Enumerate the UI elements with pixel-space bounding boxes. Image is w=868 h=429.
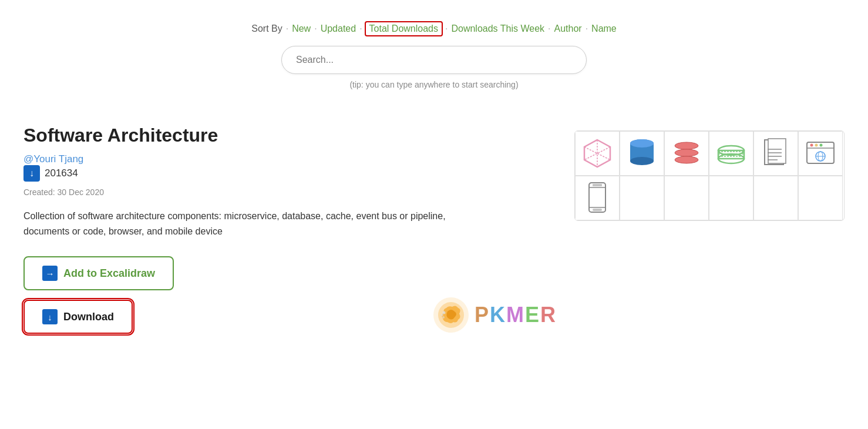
card-author[interactable]: @Youri Tjang (23, 153, 83, 165)
preview-cell-9 (664, 176, 709, 220)
svg-point-4 (442, 316, 445, 319)
preview-cell-12 (798, 176, 843, 220)
preview-cell-5 (753, 131, 798, 176)
pkmer-text: PKMER (475, 303, 557, 327)
svg-point-11 (630, 157, 654, 165)
main-content: Software Architecture @Youri Tjang ↓ 201… (23, 107, 845, 351)
preview-cell-8 (620, 176, 664, 220)
pkmer-logo-icon (432, 296, 470, 334)
sort-link-author[interactable]: Author (554, 24, 581, 34)
search-wrapper (281, 46, 587, 74)
card-created: Created: 30 Dec 2020 (23, 187, 557, 197)
download-button-label: Download (63, 311, 114, 323)
pkmer-logo: PKMER (432, 296, 557, 334)
preview-cell-3 (664, 131, 709, 176)
card-downloads: ↓ 201634 (23, 165, 557, 182)
svg-point-30 (810, 144, 813, 147)
add-icon: → (42, 266, 58, 281)
svg-rect-39 (593, 209, 602, 211)
card: Software Architecture @Youri Tjang ↓ 201… (23, 113, 845, 346)
svg-point-14 (675, 149, 698, 156)
search-input[interactable] (281, 46, 587, 74)
add-button-label: Add to Excalidraw (63, 267, 155, 280)
sort-link-name[interactable]: Name (591, 24, 617, 34)
bottom-row: → Add to Excalidraw ↓ Download (23, 256, 557, 334)
search-tip: (tip: you can type anywhere to start sea… (349, 80, 518, 89)
download-icon: ↓ (42, 309, 58, 324)
download-count: 201634 (45, 167, 78, 179)
sort-link-new[interactable]: New (292, 24, 311, 34)
svg-point-2 (442, 311, 445, 314)
svg-point-32 (820, 144, 823, 147)
add-to-excalidraw-button[interactable]: → Add to Excalidraw (23, 256, 174, 290)
download-button[interactable]: ↓ Download (23, 300, 133, 334)
svg-point-15 (675, 156, 698, 163)
card-info: Software Architecture @Youri Tjang ↓ 201… (23, 125, 557, 334)
svg-point-12 (630, 139, 654, 148)
preview-grid (574, 130, 845, 221)
svg-point-31 (815, 144, 818, 147)
preview-cell-4 (709, 131, 753, 176)
download-count-icon: ↓ (23, 165, 40, 182)
preview-cell-6 (798, 131, 843, 176)
preview-cell-10 (709, 176, 753, 220)
card-title: Software Architecture (23, 125, 557, 146)
sort-link-downloads-week[interactable]: Downloads This Week (451, 24, 544, 34)
search-section: (tip: you can type anywhere to start sea… (23, 46, 845, 89)
card-description: Collection of software architecture comp… (23, 209, 446, 239)
sort-bar: Sort By · New · Updated · Total Download… (23, 12, 845, 46)
dot-1: · (286, 24, 288, 34)
svg-point-13 (675, 142, 698, 149)
preview-cell-7 (575, 176, 620, 220)
sort-link-updated[interactable]: Updated (321, 24, 356, 34)
sort-by-label: Sort By (251, 24, 282, 34)
preview-cell-11 (753, 176, 798, 220)
card-actions: → Add to Excalidraw ↓ Download (23, 256, 197, 334)
preview-cell-1 (575, 131, 620, 176)
preview-cell-2 (620, 131, 664, 176)
svg-rect-40 (593, 184, 602, 186)
svg-point-3 (441, 314, 443, 316)
sort-link-total-downloads[interactable]: Total Downloads (366, 22, 442, 35)
